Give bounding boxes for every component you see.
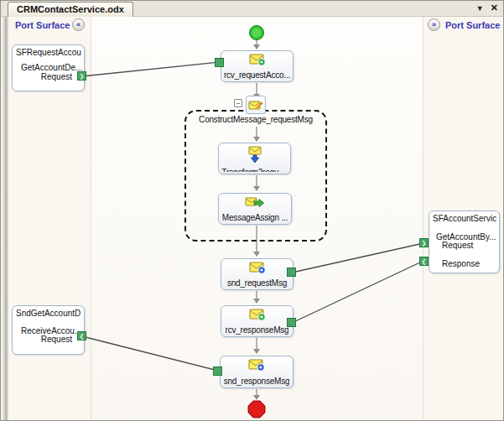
shape-connector[interactable]: [287, 318, 296, 327]
group-label: ConstructMessage_requestMsg: [186, 115, 325, 124]
send-message-icon: [249, 262, 266, 278]
port-request-label: Request: [41, 335, 72, 344]
orchestration-designer-window: CRMContactService.odx ▼ ✕ Port Surface «…: [0, 0, 504, 421]
chevron-right-icon: »: [432, 20, 436, 29]
message-assignment-shape[interactable]: MessageAssign ...: [218, 193, 292, 225]
tab-title: CRMContactService.odx: [17, 4, 124, 14]
shape-label: MessageAssign ...: [222, 213, 288, 222]
close-icon[interactable]: ✕: [491, 3, 498, 13]
minus-icon: −: [236, 99, 240, 107]
transform-icon: [247, 146, 262, 168]
shape-connector[interactable]: [213, 366, 222, 376]
sf-request-account-port[interactable]: SFRequestAccoun... GetAccountDe... Reque…: [12, 44, 85, 91]
shape-label: snd_requestMsg: [227, 278, 287, 288]
sf-account-service-port[interactable]: SFAccountService... GetAccountBy... Requ…: [429, 210, 500, 273]
expand-right-panel-button[interactable]: »: [428, 18, 440, 31]
shape-connector[interactable]: [215, 58, 224, 67]
port-request-label: Request: [442, 241, 473, 250]
collapse-left-panel-button[interactable]: «: [72, 18, 85, 31]
send-message-icon: [248, 359, 265, 375]
arrow-left-icon: ❮: [80, 333, 85, 339]
snd-get-account-port[interactable]: SndGetAccountD... ReceiveAccou... Reques…: [12, 305, 85, 355]
arrow-right-icon: ❯: [422, 240, 427, 246]
start-shape[interactable]: [247, 23, 266, 42]
shape-label: Transform2requ ...: [221, 168, 287, 172]
port-name: SFRequestAccoun...: [16, 48, 81, 57]
message-assignment-icon: [245, 196, 265, 212]
tab-actions: ▼ ✕: [476, 3, 498, 13]
arrow-left-icon: ❮: [422, 258, 427, 264]
port-name: SndGetAccountD...: [16, 309, 81, 318]
arrow-right-icon: ❯: [80, 73, 85, 79]
receive-message-icon: [249, 54, 266, 70]
tab-strip: CRMContactService.odx ▼ ✕: [1, 1, 503, 17]
shape-connector[interactable]: [287, 268, 296, 277]
shape-label: rcv_responseMsg: [226, 325, 289, 335]
send-shape-request[interactable]: snd_requestMsg: [221, 258, 294, 290]
port-connector-out[interactable]: ❯: [77, 71, 86, 81]
chevron-left-icon: «: [76, 20, 81, 29]
port-request-label: Request: [41, 72, 72, 81]
end-shape[interactable]: [247, 399, 267, 419]
shape-label: rcv_requestAcco...: [224, 70, 290, 80]
port-response-label: Response: [442, 259, 480, 268]
send-shape-response[interactable]: snd_responseMsg: [220, 356, 294, 388]
shape-label: snd_responseMsg: [224, 377, 290, 386]
port-surface-right-header: Port Surface: [445, 20, 500, 30]
tab-list-dropdown-icon[interactable]: ▼: [476, 4, 484, 13]
receive-shape-request[interactable]: rcv_requestAcco...: [221, 50, 294, 82]
port-operation: GetAccountDe...: [21, 63, 82, 72]
construct-message-icon[interactable]: [246, 96, 266, 114]
port-connector-request[interactable]: ❯: [419, 238, 429, 247]
port-connector-response[interactable]: ❮: [419, 257, 429, 266]
port-surface-left-header: Port Surface: [15, 20, 70, 30]
receive-message-icon: [249, 309, 266, 325]
port-connector-in[interactable]: ❮: [77, 331, 86, 340]
document-tab[interactable]: CRMContactService.odx: [8, 2, 133, 17]
window-edge-strip: [2, 17, 8, 421]
port-name: SFAccountService...: [433, 214, 496, 223]
group-collapse-toggle[interactable]: −: [234, 99, 242, 107]
transform-shape[interactable]: Transform2requ ...: [218, 143, 291, 174]
receive-shape-response[interactable]: rcv_responseMsg: [221, 305, 294, 337]
